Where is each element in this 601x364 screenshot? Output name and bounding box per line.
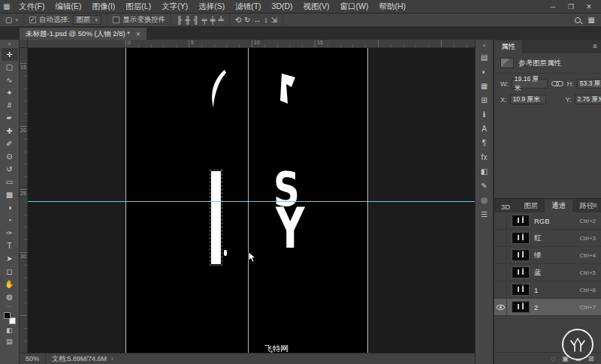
libraries-panel-icon[interactable]: ⊞ bbox=[477, 93, 492, 107]
horizontal-guide[interactable] bbox=[28, 201, 475, 202]
restore-button[interactable]: ❐ bbox=[562, 3, 580, 11]
menu-item[interactable]: 视图(V) bbox=[298, 2, 335, 12]
ruler-origin[interactable] bbox=[20, 40, 28, 48]
search-icon[interactable] bbox=[575, 17, 581, 23]
channel-row[interactable]: 2 Ctrl+7 bbox=[494, 299, 601, 316]
annotate-panel-icon[interactable]: ✎ bbox=[477, 179, 492, 193]
3d-scale-icon[interactable]: ⇲ bbox=[270, 16, 276, 24]
crop-tool[interactable]: # bbox=[2, 99, 18, 112]
character-panel-icon[interactable]: A bbox=[477, 122, 492, 136]
lasso-tool[interactable]: ∿ bbox=[2, 74, 18, 86]
canvas-area[interactable]: S Y 飞特网 FEVTE.COM bbox=[28, 48, 475, 353]
width-field[interactable]: 19.16 厘米 bbox=[512, 79, 548, 89]
history-brush-tool[interactable]: ↺ bbox=[2, 163, 18, 176]
height-field[interactable]: 53.3 厘米 bbox=[577, 79, 601, 89]
history-panel-icon[interactable]: ☰ bbox=[477, 207, 492, 221]
auto-select-dropdown[interactable]: 图层 ▾ bbox=[73, 15, 102, 25]
horizontal-ruler[interactable]: 051015 bbox=[28, 40, 475, 48]
3d-slide-icon[interactable]: ↕ bbox=[264, 16, 267, 24]
brush-tool[interactable]: ✐ bbox=[2, 137, 18, 150]
menu-item[interactable]: 选择(S) bbox=[193, 2, 230, 12]
document-canvas[interactable] bbox=[125, 48, 367, 353]
eraser-tool[interactable]: ▭ bbox=[2, 176, 18, 188]
menu-item[interactable]: 文字(Y) bbox=[156, 2, 193, 12]
x-field[interactable]: 10.9 厘米 bbox=[510, 95, 546, 104]
channel-row[interactable]: 绿 Ctrl+4 bbox=[494, 247, 601, 264]
styles-panel-icon[interactable]: fx bbox=[477, 150, 492, 164]
quick-mask-button[interactable]: ◧ bbox=[2, 324, 18, 335]
menu-item[interactable]: 文件(F) bbox=[14, 2, 50, 12]
align-top-icon[interactable]: ╤ bbox=[201, 16, 207, 24]
type-tool[interactable]: T bbox=[2, 239, 18, 252]
3d-roll-icon[interactable]: ↻ bbox=[244, 16, 250, 24]
close-tab-icon[interactable]: × bbox=[136, 30, 140, 38]
panel-tab[interactable]: 3D bbox=[494, 201, 517, 212]
panel-menu-icon[interactable]: ≡ bbox=[593, 201, 597, 209]
zoom-level-field[interactable]: 50% bbox=[20, 353, 46, 364]
menu-item[interactable]: 3D(D) bbox=[267, 2, 298, 12]
quick-selection-tool[interactable]: ✦ bbox=[2, 86, 18, 99]
workspace-switcher-icon[interactable]: ▦ bbox=[588, 16, 595, 24]
vertical-guide[interactable] bbox=[367, 48, 368, 353]
visibility-toggle[interactable] bbox=[494, 230, 507, 246]
minimize-button[interactable]: ─ bbox=[544, 3, 562, 11]
show-transform-checkbox[interactable] bbox=[113, 17, 119, 23]
delete-channel-icon[interactable]: ⊠ bbox=[588, 354, 594, 362]
path-selection-tool[interactable]: ➤ bbox=[2, 252, 18, 265]
edit-toolbar-icon[interactable]: ··· bbox=[7, 303, 13, 310]
clone-stamp-tool[interactable]: ⊙ bbox=[2, 150, 18, 163]
align-right-icon[interactable]: ╢ bbox=[193, 16, 198, 24]
align-middle-icon[interactable]: ╪ bbox=[210, 16, 216, 24]
menu-item[interactable]: 滤镜(T) bbox=[230, 2, 266, 12]
masks-panel-icon[interactable]: ◧ bbox=[477, 164, 492, 179]
menu-item[interactable]: 图像(I) bbox=[86, 2, 120, 12]
tab-properties[interactable]: 属性 bbox=[494, 41, 522, 53]
paragraph-panel-icon[interactable]: ¶ bbox=[477, 136, 492, 150]
navigator-panel-icon[interactable]: ◎ bbox=[477, 193, 492, 207]
menu-item[interactable]: 图层(L) bbox=[120, 2, 156, 12]
blur-tool[interactable]: ◑ bbox=[2, 201, 18, 214]
eyedropper-tool[interactable]: ✒ bbox=[2, 112, 18, 125]
channel-row[interactable]: 红 Ctrl+3 bbox=[494, 230, 601, 247]
tool-preset[interactable]: ▢ ▾ bbox=[0, 14, 24, 26]
panel-tab[interactable]: 图层 bbox=[517, 200, 545, 212]
foreground-color-swatch[interactable] bbox=[4, 312, 11, 319]
channel-row[interactable]: RGB Ctrl+2 bbox=[494, 212, 601, 230]
screen-mode-button[interactable]: ▤ bbox=[2, 335, 18, 347]
document-tab[interactable]: 未标题-1.psd @ 50% (人物 2/8) * × bbox=[20, 28, 146, 40]
vertical-guide[interactable] bbox=[248, 48, 249, 353]
align-left-icon[interactable]: ╟ bbox=[177, 16, 182, 24]
auto-select-checkbox[interactable]: ✓ bbox=[29, 17, 36, 23]
move-tool[interactable]: ✛ bbox=[2, 48, 18, 61]
dodge-tool[interactable]: ◔ bbox=[2, 214, 18, 227]
visibility-toggle[interactable] bbox=[494, 299, 507, 315]
visibility-toggle[interactable] bbox=[494, 212, 507, 229]
pen-tool[interactable]: ✑ bbox=[2, 227, 18, 239]
visibility-toggle[interactable] bbox=[494, 264, 507, 281]
panel-menu-icon[interactable]: ≡ bbox=[593, 42, 597, 50]
expand-panels-icon[interactable]: « bbox=[482, 41, 485, 50]
menu-item[interactable]: 编辑(E) bbox=[50, 2, 86, 12]
align-bottom-icon[interactable]: ╧ bbox=[219, 16, 224, 24]
color-swatches[interactable] bbox=[4, 312, 16, 324]
adjustments-panel-icon[interactable]: ◐ bbox=[477, 65, 492, 79]
panel-tab[interactable]: 通道 bbox=[545, 200, 572, 212]
load-selection-icon[interactable]: ◌ bbox=[551, 354, 555, 362]
shape-tool[interactable]: ◻ bbox=[2, 265, 18, 278]
hand-tool[interactable]: ✋ bbox=[2, 278, 18, 290]
info-panel-icon[interactable]: ℹ bbox=[477, 107, 492, 122]
vertical-guide[interactable] bbox=[125, 48, 126, 353]
y-field[interactable]: 2.75 厘米 bbox=[575, 95, 601, 104]
channel-row[interactable]: 蓝 Ctrl+5 bbox=[494, 264, 601, 281]
swatches-panel-icon[interactable]: ▤ bbox=[477, 50, 492, 65]
channel-row[interactable]: 1 Ctrl+6 bbox=[494, 281, 601, 299]
status-menu-chevron-icon[interactable]: › bbox=[111, 355, 113, 362]
marquee-tool[interactable]: ▢ bbox=[2, 61, 18, 74]
align-center-h-icon[interactable]: ╫ bbox=[185, 16, 190, 24]
healing-brush-tool[interactable]: ✚ bbox=[2, 125, 18, 137]
menu-item[interactable]: 窗口(W) bbox=[335, 2, 374, 12]
3d-rotate-icon[interactable]: ⟲ bbox=[235, 16, 241, 24]
close-button[interactable]: ✕ bbox=[580, 3, 598, 11]
menu-item[interactable]: 帮助(H) bbox=[374, 2, 412, 12]
gradient-tool[interactable]: ▩ bbox=[2, 188, 18, 201]
